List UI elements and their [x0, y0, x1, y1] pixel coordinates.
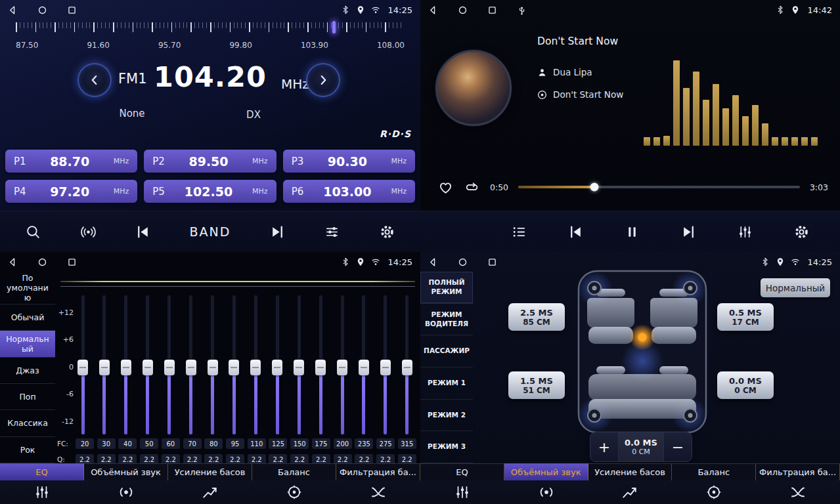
- eq-preset-item[interactable]: По умолчанию: [0, 272, 55, 304]
- preset-button-p3[interactable]: P390.30MHz: [283, 150, 415, 173]
- slider-handle[interactable]: [315, 360, 326, 375]
- slider-handle[interactable]: [143, 360, 153, 375]
- mode-item[interactable]: РЕЖИМ 3: [420, 431, 473, 463]
- recents-icon[interactable]: [487, 257, 497, 267]
- eq-band-slider[interactable]: [376, 295, 395, 434]
- next-icon[interactable]: [680, 224, 697, 240]
- eq-band-slider[interactable]: [398, 295, 416, 434]
- mode-item[interactable]: РЕЖИМ 1: [420, 368, 473, 400]
- recents-icon[interactable]: [67, 5, 77, 15]
- tab-balance[interactable]: Баланс: [672, 463, 756, 480]
- tab-filter-icon-cell[interactable]: [336, 480, 420, 504]
- eq-band-slider[interactable]: [246, 295, 265, 434]
- eq-preset-item[interactable]: Нормальный: [0, 331, 55, 357]
- car-cabin-diagram[interactable]: [577, 269, 708, 434]
- seek-bar-thumb[interactable]: [590, 183, 598, 192]
- eq-band-slider[interactable]: [182, 295, 200, 434]
- pause-icon[interactable]: [624, 224, 640, 240]
- eq-band-slider[interactable]: [268, 295, 286, 434]
- back-icon[interactable]: [8, 5, 18, 15]
- slider-handle[interactable]: [380, 360, 391, 375]
- tab-filter[interactable]: Фильтрация ба...: [336, 463, 420, 480]
- slider-handle[interactable]: [272, 360, 282, 375]
- mode-item[interactable]: РЕЖИМ ВОДИТЕЛЯ: [420, 304, 473, 336]
- eq-band-slider[interactable]: [117, 295, 135, 434]
- eq-band-slider[interactable]: [204, 295, 222, 434]
- eq-band-slider[interactable]: [95, 295, 114, 434]
- delay-decrease-button[interactable]: −: [664, 432, 692, 461]
- eq-preset-item[interactable]: Поп: [0, 384, 55, 410]
- home-icon[interactable]: [37, 257, 47, 267]
- home-icon[interactable]: [458, 257, 468, 267]
- preset-button-p1[interactable]: P188.70MHz: [5, 150, 137, 173]
- gear-icon[interactable]: [379, 224, 395, 240]
- tab-surround-sound[interactable]: Объёмный звук: [84, 463, 168, 480]
- tab-filter[interactable]: Фильтрация ба...: [756, 463, 840, 480]
- slider-handle[interactable]: [359, 360, 369, 375]
- vsliders-icon[interactable]: [737, 224, 753, 240]
- tab-eq[interactable]: EQ: [0, 463, 84, 480]
- tuning-indicator[interactable]: [332, 21, 336, 33]
- tab-bass-boost-icon-cell[interactable]: [588, 480, 673, 504]
- next-icon[interactable]: [269, 224, 286, 240]
- delay-increase-button[interactable]: +: [590, 432, 618, 461]
- slider-handle[interactable]: [229, 360, 239, 375]
- eq-band-slider[interactable]: [74, 295, 92, 434]
- delay-card-front-left[interactable]: 2.5 MS 85 CM: [508, 303, 565, 331]
- slider-handle[interactable]: [164, 360, 175, 375]
- eq-band-slider[interactable]: [290, 295, 308, 434]
- broadcast-icon[interactable]: [80, 224, 97, 240]
- tab-bass-boost[interactable]: Усиление басов: [168, 463, 252, 480]
- eq-band-slider[interactable]: [139, 295, 157, 434]
- tab-balance-icon-cell[interactable]: [252, 480, 336, 504]
- frequency-scale[interactable]: 87.5091.6095.7099.80103.90108.00: [16, 22, 405, 54]
- back-icon[interactable]: [428, 5, 438, 15]
- repeat-button[interactable]: [464, 179, 480, 196]
- tab-bass-boost-icon-cell[interactable]: [168, 480, 252, 504]
- hsliders-icon[interactable]: [324, 224, 340, 240]
- tab-eq-icon-cell[interactable]: [420, 480, 504, 504]
- preset-button-p4[interactable]: P497.20MHz: [5, 180, 137, 203]
- tab-eq[interactable]: EQ: [420, 463, 504, 480]
- slider-handle[interactable]: [208, 360, 218, 375]
- eq-band-slider[interactable]: [311, 295, 330, 434]
- preset-button-p2[interactable]: P289.50MHz: [144, 150, 276, 173]
- slider-handle[interactable]: [402, 360, 412, 375]
- tab-surround-sound-icon-cell[interactable]: [84, 480, 168, 504]
- gear-icon[interactable]: [793, 224, 810, 240]
- slider-handle[interactable]: [186, 360, 196, 375]
- mode-item[interactable]: ПОЛНЫЙ РЕЖИМ: [420, 272, 473, 304]
- home-icon[interactable]: [458, 5, 468, 15]
- mode-item[interactable]: ПАССАЖИР: [420, 335, 473, 368]
- eq-preset-item[interactable]: Рок: [0, 437, 55, 463]
- tab-surround-sound-icon-cell[interactable]: [504, 480, 588, 504]
- seek-down-button[interactable]: [77, 63, 112, 97]
- seek-bar[interactable]: [518, 186, 800, 188]
- preset-button-p5[interactable]: P5102.50MHz: [144, 180, 276, 203]
- back-icon[interactable]: [8, 257, 18, 267]
- tab-surround-sound[interactable]: Объёмный звук: [504, 463, 588, 480]
- eq-preset-item[interactable]: Обычай: [0, 304, 55, 331]
- slider-handle[interactable]: [337, 360, 347, 375]
- tab-filter-icon-cell[interactable]: [756, 480, 840, 504]
- eq-band-slider[interactable]: [225, 295, 243, 434]
- tab-eq-icon-cell[interactable]: [0, 480, 84, 504]
- recents-icon[interactable]: [487, 5, 497, 15]
- tab-balance-icon-cell[interactable]: [672, 480, 756, 504]
- seek-up-button[interactable]: [306, 63, 340, 97]
- eq-band-slider[interactable]: [333, 295, 351, 434]
- eq-band-slider[interactable]: [355, 295, 373, 434]
- tab-balance[interactable]: Баланс: [252, 463, 336, 480]
- eq-preset-item[interactable]: Классика: [0, 410, 55, 436]
- favorite-button[interactable]: [437, 179, 454, 196]
- slider-handle[interactable]: [250, 360, 261, 375]
- slider-handle[interactable]: [294, 360, 304, 375]
- recents-icon[interactable]: [67, 257, 77, 267]
- band-button[interactable]: BAND: [190, 224, 231, 239]
- album-art[interactable]: [435, 50, 512, 126]
- delay-card-rear-left[interactable]: 1.5 MS 51 CM: [508, 371, 565, 399]
- list-icon[interactable]: [511, 224, 527, 240]
- search-icon[interactable]: [25, 224, 41, 240]
- delay-card-front-right[interactable]: 0.5 MS 17 CM: [717, 303, 774, 331]
- back-icon[interactable]: [428, 257, 438, 267]
